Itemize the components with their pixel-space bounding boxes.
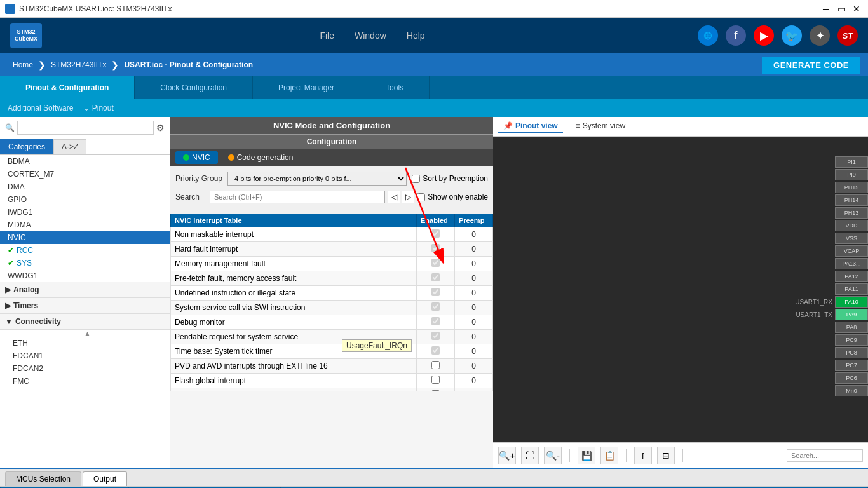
- pin-chip[interactable]: PI0: [835, 169, 868, 180]
- sidebar-item-bdma[interactable]: BDMA: [0, 155, 170, 168]
- columns-button[interactable]: ⫿: [634, 447, 652, 464]
- pin-chip[interactable]: PA9: [835, 309, 868, 320]
- priority-group-select[interactable]: 4 bits for pre-emption priority 0 bits f…: [227, 172, 407, 186]
- pin-chip[interactable]: VDD: [835, 220, 868, 231]
- sidebar-item-rcc[interactable]: ✔RCC: [0, 244, 170, 257]
- search-prev-button[interactable]: ◁: [388, 191, 400, 203]
- sub-tab-additional[interactable]: Additional Software: [8, 104, 73, 112]
- nvic-search-input[interactable]: [210, 191, 385, 203]
- pin-chip[interactable]: PH15: [835, 182, 868, 193]
- sidebar-item-sys[interactable]: ✔SYS: [0, 257, 170, 269]
- enabled-checkbox[interactable]: [431, 229, 440, 238]
- sidebar-item-iwdg1[interactable]: IWDG1: [0, 206, 170, 219]
- enabled-checkbox[interactable]: [431, 390, 440, 391]
- pinout-canvas[interactable]: PI1PI0PH15PH14PH13VDDVSSVCAPPA13...PA12P…: [493, 137, 868, 442]
- sidebar-group-timers[interactable]: ▶ Timers: [0, 298, 170, 314]
- tab-tools[interactable]: Tools: [360, 76, 430, 99]
- sidebar-item-eth[interactable]: ETH: [5, 337, 170, 349]
- sidebar-item-mdma[interactable]: MDMA: [0, 219, 170, 231]
- bc-mcu[interactable]: STM32H743IITx: [46, 60, 111, 69]
- sidebar-item-wwdg1[interactable]: WWDG1: [0, 269, 170, 282]
- tab-pinout-view[interactable]: 📌 Pinout view: [498, 119, 563, 133]
- enabled-cell: [417, 315, 455, 330]
- pin-chip[interactable]: PI1: [835, 156, 868, 168]
- show-only-enabled-checkbox[interactable]: [417, 193, 425, 201]
- tab-categories[interactable]: Categories: [0, 139, 53, 154]
- gear-icon[interactable]: ⚙: [156, 123, 165, 133]
- network-icon[interactable]: ✦: [810, 25, 830, 46]
- enabled-checkbox[interactable]: [431, 273, 440, 281]
- pin-chip[interactable]: PA11: [835, 283, 868, 295]
- nvic-tab-nvic[interactable]: NVIC: [175, 151, 218, 164]
- enabled-checkbox[interactable]: [431, 288, 440, 296]
- sidebar-item-nvic[interactable]: NVIC: [0, 231, 170, 244]
- menu-window[interactable]: Window: [355, 30, 386, 41]
- close-button[interactable]: ✕: [850, 3, 863, 15]
- enabled-checkbox[interactable]: [431, 376, 440, 384]
- restore-button[interactable]: ▭: [835, 3, 848, 15]
- tab-output[interactable]: Output: [83, 471, 127, 486]
- facebook-icon[interactable]: f: [726, 25, 746, 46]
- tab-project[interactable]: Project Manager: [253, 76, 360, 99]
- tab-system-view[interactable]: ≡ System view: [571, 119, 630, 133]
- enabled-checkbox[interactable]: [431, 259, 440, 267]
- sidebar-item-fmc[interactable]: FMC: [5, 375, 170, 388]
- minimize-button[interactable]: ─: [820, 3, 832, 15]
- globe-icon[interactable]: 🌐: [698, 25, 718, 46]
- pin-chip[interactable]: PA8: [835, 322, 868, 333]
- sidebar-item-gpio[interactable]: GPIO: [0, 193, 170, 206]
- sidebar-item-cortex[interactable]: CORTEX_M7: [0, 168, 170, 180]
- enabled-checkbox[interactable]: [431, 332, 440, 340]
- menu-file[interactable]: File: [320, 30, 334, 41]
- search-label: Search: [175, 193, 207, 201]
- scroll-up-btn[interactable]: ▲: [5, 330, 170, 337]
- tab-az[interactable]: A->Z: [53, 139, 86, 154]
- fit-button[interactable]: ⛶: [521, 447, 539, 464]
- zoom-in-button[interactable]: 🔍+: [498, 447, 516, 464]
- menu-help[interactable]: Help: [407, 30, 425, 41]
- pin-chip[interactable]: PA13...: [835, 258, 868, 269]
- enabled-checkbox[interactable]: [431, 317, 440, 325]
- zoom-out-button[interactable]: 🔍-: [544, 447, 562, 464]
- enabled-checkbox[interactable]: [431, 346, 440, 355]
- pin-chip[interactable]: PC7: [835, 360, 868, 371]
- nvic-content: NVIC Mode and Configuration Configuratio…: [170, 117, 493, 468]
- youtube-icon[interactable]: ▶: [754, 25, 774, 46]
- pin-chip[interactable]: VCAP: [835, 245, 868, 257]
- table-row: Time base: System tick timer0: [171, 344, 493, 359]
- pin-chip[interactable]: PA10: [835, 296, 868, 308]
- tab-clock[interactable]: Clock Configuration: [135, 76, 253, 99]
- sort-by-preemption-checkbox[interactable]: [412, 175, 420, 183]
- sidebar-group-analog[interactable]: ▶ Analog: [0, 282, 170, 298]
- enabled-checkbox[interactable]: [431, 302, 440, 311]
- tab-pinout[interactable]: Pinout & Configuration: [0, 76, 135, 99]
- pinout-search-input[interactable]: [787, 449, 863, 462]
- pin-chip[interactable]: PH13: [835, 207, 868, 219]
- pin-chip[interactable]: PC6: [835, 372, 868, 384]
- enabled-checkbox[interactable]: [431, 361, 440, 369]
- pin-chip[interactable]: PA12: [835, 271, 868, 282]
- sidebar-item-dma[interactable]: DMA: [0, 180, 170, 193]
- search-next-button[interactable]: ▷: [402, 191, 414, 203]
- nvic-tab-codegen[interactable]: Code generation: [220, 151, 301, 164]
- enabled-checkbox[interactable]: [431, 244, 440, 252]
- pin-chip[interactable]: PC8: [835, 347, 868, 358]
- search-input[interactable]: [17, 121, 154, 135]
- pin-chip[interactable]: VSS: [835, 233, 868, 244]
- pin-chip[interactable]: PC9: [835, 334, 868, 346]
- bc-home[interactable]: Home: [8, 60, 38, 69]
- save-button[interactable]: 💾: [578, 447, 595, 464]
- pin-chip[interactable]: PH14: [835, 194, 868, 206]
- table-button[interactable]: ⊟: [657, 447, 675, 464]
- sidebar-search-bar: 🔍 ⚙: [0, 117, 170, 139]
- sidebar-item-fdcan2[interactable]: FDCAN2: [5, 362, 170, 375]
- generate-code-button[interactable]: GENERATE CODE: [762, 57, 860, 74]
- sub-tab-pinout[interactable]: ⌄ Pinout: [83, 104, 113, 112]
- twitter-icon[interactable]: 🐦: [782, 25, 802, 46]
- tab-mcu-selection[interactable]: MCUs Selection: [5, 471, 81, 486]
- sidebar-group-connectivity[interactable]: ▼ Connectivity: [0, 314, 170, 330]
- sidebar-item-fdcan1[interactable]: FDCAN1: [5, 349, 170, 362]
- st-icon[interactable]: ST: [837, 25, 858, 46]
- copy-button[interactable]: 📋: [600, 447, 618, 464]
- pin-chip[interactable]: Mn0: [835, 385, 868, 396]
